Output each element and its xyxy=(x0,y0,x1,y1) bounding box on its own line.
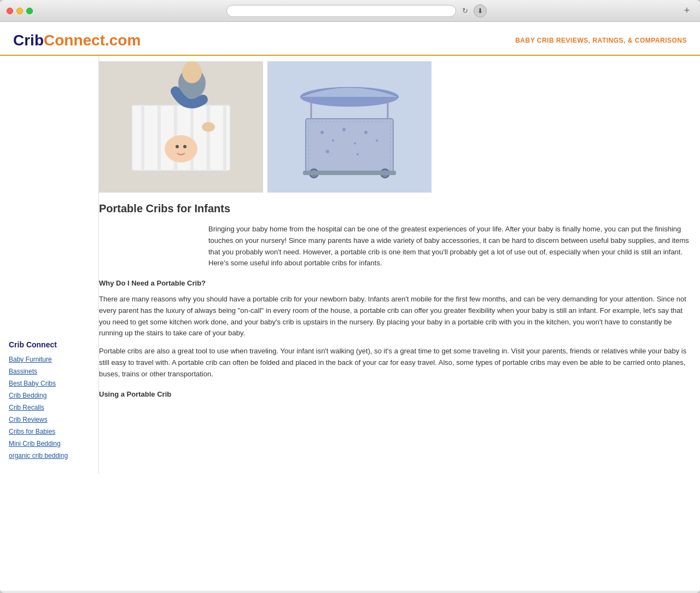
svg-point-22 xyxy=(342,128,346,131)
logo-connect: Connect.com xyxy=(44,32,141,49)
list-item: Bassinets xyxy=(9,367,90,376)
section2-heading: Using a Portable Crib xyxy=(99,389,689,400)
svg-rect-18 xyxy=(306,119,393,173)
svg-rect-32 xyxy=(303,171,396,175)
content-area: Portable Cribs for Infants Bringing your… xyxy=(98,56,700,474)
sidebar-item-crib-bedding[interactable]: Crib Bedding xyxy=(9,392,46,399)
svg-point-10 xyxy=(183,145,186,148)
list-item: Crib Bedding xyxy=(9,391,90,400)
list-item: Baby Furniture xyxy=(9,354,90,364)
svg-point-12 xyxy=(182,61,202,83)
page-content: CribConnect.com BABY CRIB REVIEWS, RATIN… xyxy=(0,22,700,591)
list-item: Crib Reviews xyxy=(9,415,90,425)
baby-image-svg xyxy=(99,61,263,193)
sidebar-item-baby-furniture[interactable]: Baby Furniture xyxy=(9,356,52,363)
sidebar-item-crib-reviews[interactable]: Crib Reviews xyxy=(9,416,48,423)
svg-point-13 xyxy=(202,122,215,132)
browser-window: ↻ ⬇ + CribConnect.com BABY CRIB REVIEWS,… xyxy=(0,0,700,593)
traffic-lights xyxy=(7,8,33,14)
title-bar: ↻ ⬇ + xyxy=(0,0,700,22)
section1-paragraph2: Portable cribs are also a great tool to … xyxy=(99,346,689,380)
svg-point-24 xyxy=(364,131,368,134)
site-header: CribConnect.com BABY CRIB REVIEWS, RATIN… xyxy=(0,22,700,56)
intro-paragraph: Bringing your baby home from the hospita… xyxy=(208,224,689,269)
list-item: Best Baby Cribs xyxy=(9,379,90,388)
new-tab-button[interactable]: + xyxy=(680,4,693,18)
portable-crib-image xyxy=(267,61,431,193)
svg-point-20 xyxy=(320,131,324,134)
sidebar-item-best-baby-cribs[interactable]: Best Baby Cribs xyxy=(9,380,56,387)
address-bar-area: ↻ ⬇ xyxy=(37,4,676,18)
portable-crib-svg xyxy=(267,61,431,193)
minimize-button[interactable] xyxy=(16,8,23,14)
list-item: organic crib bedding xyxy=(9,451,90,461)
sidebar: Crib Connect Baby Furniture Bassinets Be… xyxy=(0,56,98,474)
svg-point-23 xyxy=(354,142,356,144)
sidebar-nav: Baby Furniture Bassinets Best Baby Cribs… xyxy=(9,354,90,461)
baby-crib-image xyxy=(99,61,263,193)
svg-point-9 xyxy=(176,145,179,148)
list-item: Mini Crib Bedding xyxy=(9,439,90,449)
refresh-button[interactable]: ↻ xyxy=(459,5,470,16)
main-layout: Crib Connect Baby Furniture Bassinets Be… xyxy=(0,56,700,474)
logo-crib: Crib xyxy=(13,32,44,49)
sidebar-item-organic-crib-bedding[interactable]: organic crib bedding xyxy=(9,452,68,460)
site-tagline: BABY CRIB REVIEWS, RATINGS, & COMPARISON… xyxy=(515,37,687,44)
article-body: Bringing your baby home from the hospita… xyxy=(99,224,689,400)
sidebar-item-mini-crib-bedding[interactable]: Mini Crib Bedding xyxy=(9,440,61,447)
maximize-button[interactable] xyxy=(26,8,33,14)
svg-point-26 xyxy=(326,150,329,153)
section1-paragraph: There are many reasons why you should ha… xyxy=(99,294,689,339)
address-bar[interactable] xyxy=(226,5,456,17)
list-item: Crib Recalls xyxy=(9,403,90,412)
svg-point-27 xyxy=(357,153,359,155)
sidebar-item-crib-recalls[interactable]: Crib Recalls xyxy=(9,404,44,411)
site-logo: CribConnect.com xyxy=(13,32,141,49)
section1-heading: Why Do I Need a Portable Crib? xyxy=(99,278,689,289)
svg-point-21 xyxy=(332,139,334,142)
download-button[interactable]: ⬇ xyxy=(474,4,487,18)
sidebar-item-bassinets[interactable]: Bassinets xyxy=(9,368,37,375)
svg-point-25 xyxy=(376,139,378,142)
sidebar-item-cribs-for-babies[interactable]: Cribs for Babies xyxy=(9,428,55,435)
close-button[interactable] xyxy=(7,8,13,14)
sidebar-title: Crib Connect xyxy=(9,340,90,349)
images-row xyxy=(99,61,689,193)
list-item: Cribs for Babies xyxy=(9,427,90,437)
svg-point-8 xyxy=(165,135,197,162)
page-title: Portable Cribs for Infants xyxy=(99,202,689,215)
